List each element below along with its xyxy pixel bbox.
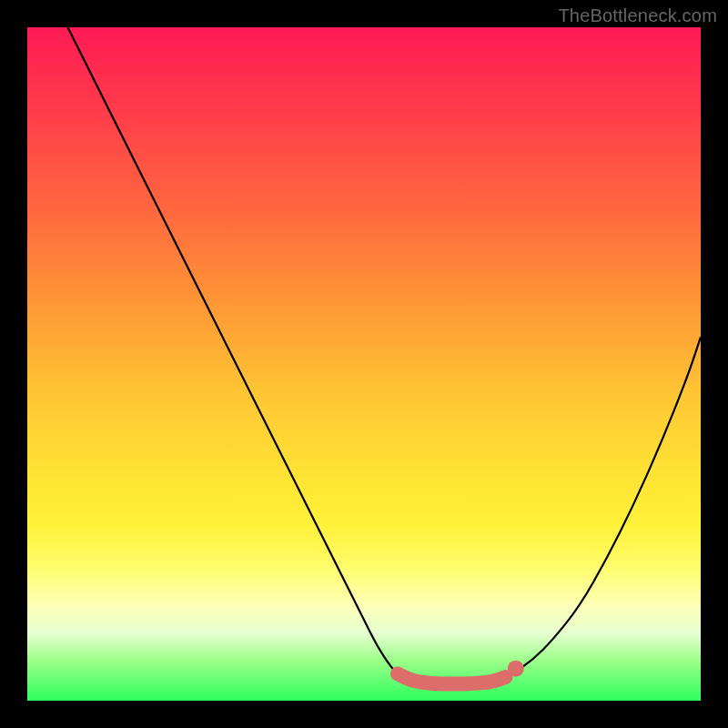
plateau-stroke (398, 673, 505, 683)
plateau-group (398, 673, 505, 683)
watermark-text: TheBottleneck.com (558, 5, 717, 26)
chart-frame: TheBottleneck.com (0, 0, 728, 728)
plot-area (27, 27, 701, 701)
chart-svg (27, 27, 701, 701)
left-curve-path (67, 27, 398, 673)
plateau-end-dot (508, 661, 524, 677)
right-curve-path (512, 337, 701, 673)
